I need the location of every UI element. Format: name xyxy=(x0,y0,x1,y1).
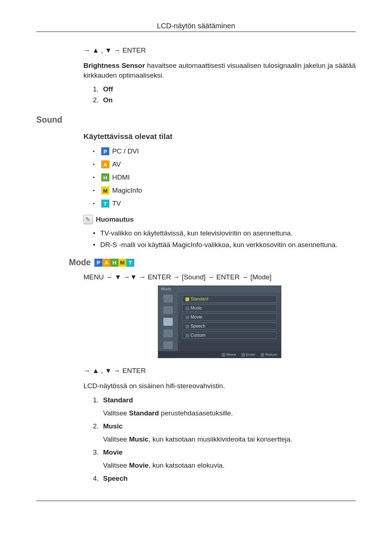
osd-item-custom: Custom xyxy=(182,332,277,339)
divider-top xyxy=(36,32,356,32)
osd-item-movie: Movie xyxy=(182,313,277,321)
note-icon xyxy=(83,215,93,224)
mode-av: AAV xyxy=(93,160,356,168)
osd-side-icon xyxy=(163,329,173,337)
mode-pc-dvi: PPC / DVI xyxy=(93,147,356,155)
brightness-option-on: 2.On xyxy=(93,96,356,104)
mode-desc-list: 1.Standard Valitsee Standard perustehdas… xyxy=(83,396,356,483)
mode-heading: Mode P A H M T xyxy=(69,258,356,267)
mode-intro: LCD-näytössä on sisäinen hifi-stereovahv… xyxy=(83,381,356,391)
mode-nav: → ▲ , ▼ → ENTER xyxy=(83,367,356,375)
mode-item-standard-desc: Valitsee Standard perustehdasasetuksille… xyxy=(103,409,356,417)
content-area: → ▲ , ▼ → ENTER Brightness Sensor havait… xyxy=(83,46,356,483)
sound-modes-heading: Käytettävissä olevat tilat xyxy=(83,132,356,141)
h-icon: H xyxy=(101,173,109,181)
t-icon: T xyxy=(126,259,134,267)
divider-bottom xyxy=(36,501,356,501)
a-icon: A xyxy=(101,160,109,168)
osd-sidebar xyxy=(158,292,178,351)
osd-title: Mode xyxy=(158,286,281,292)
osd-item-standard: Standard xyxy=(182,295,277,303)
brightness-desc-strong: Brightness Sensor xyxy=(83,62,145,69)
osd-footer-move: Move xyxy=(222,352,236,357)
h-icon: H xyxy=(110,259,118,267)
brightness-options: 1.Off 2.On xyxy=(83,85,356,104)
osd-item-music: Music xyxy=(182,304,277,312)
t-icon: T xyxy=(101,200,109,208)
page-header: LCD-näytön säätäminen xyxy=(36,22,356,30)
mode-item-music: 2.Music Valitsee Music, kun katsotaan mu… xyxy=(93,422,356,443)
osd-side-icon xyxy=(163,295,173,303)
brightness-nav: → ▲ , ▼ → ENTER xyxy=(83,46,356,54)
note-row: Huomautus xyxy=(83,215,356,224)
osd-side-icon xyxy=(163,306,173,314)
sound-modes-list: PPC / DVI AAV HHDMI MMagicInfo TTV xyxy=(83,147,356,208)
p-icon: P xyxy=(101,147,109,155)
note-2: DR-S -malli voi käyttää MagicInfo-valikk… xyxy=(93,241,356,249)
osd-footer: Move Enter Return xyxy=(158,351,281,358)
osd-side-icon-selected xyxy=(163,318,173,326)
mode-hdmi: HHDMI xyxy=(93,173,356,181)
mode-item-movie: 3.Movie Valitsee Movie, kun katsotaan el… xyxy=(93,448,356,469)
osd-main: Standard Music Movie Speech Custom xyxy=(178,292,281,351)
mode-item-music-desc: Valitsee Music, kun katsotaan musiikkivi… xyxy=(103,435,356,443)
mode-magicinfo: MMagicInfo xyxy=(93,186,356,194)
m-icon: M xyxy=(101,186,109,194)
osd-footer-return: Return xyxy=(261,352,277,357)
note-1: TV-valikko on käytettävissä, kun televis… xyxy=(93,229,356,237)
osd-screenshot: Mode Standard Music Movie Speech Custom xyxy=(83,286,356,358)
note-label: Huomautus xyxy=(96,216,134,223)
osd-side-icon xyxy=(163,341,173,349)
osd-item-speech: Speech xyxy=(182,323,277,330)
osd-footer-enter: Enter xyxy=(241,352,256,357)
brightness-option-off: 1.Off xyxy=(93,85,356,93)
mode-tv: TTV xyxy=(93,200,356,208)
mode-item-movie-desc: Valitsee Movie, kun katsotaan elokuvia. xyxy=(103,461,356,469)
mode-item-standard: 1.Standard Valitsee Standard perustehdas… xyxy=(93,396,356,417)
osd-panel: Mode Standard Music Movie Speech Custom xyxy=(158,286,281,358)
brightness-desc: Brightness Sensor havaitsee automaattise… xyxy=(83,61,356,80)
m-icon: M xyxy=(118,259,126,267)
mode-icon-strip: P A H M T xyxy=(94,259,134,267)
note-list: TV-valikko on käytettävissä, kun televis… xyxy=(83,229,356,249)
mode-menu-path: MENU → ▼ →▼ → ENTER → [Sound] → ENTER → … xyxy=(83,273,356,281)
a-icon: A xyxy=(102,259,110,267)
sound-heading: Sound xyxy=(36,115,356,125)
p-icon: P xyxy=(94,259,102,267)
mode-item-speech: 4.Speech xyxy=(93,475,356,483)
